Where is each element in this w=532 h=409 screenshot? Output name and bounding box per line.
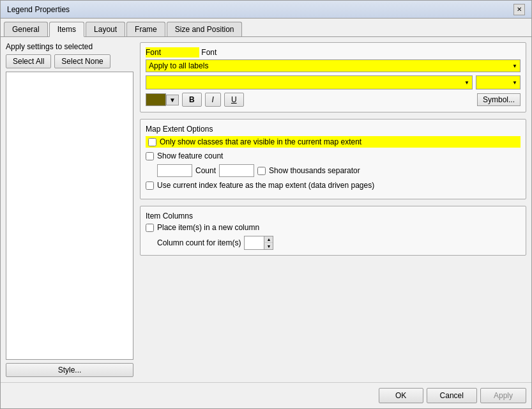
right-panel: Font Font Apply to all labels ▼ ▼ — [140, 42, 526, 377]
font-color-swatch[interactable] — [146, 93, 166, 106]
apply-settings-label: Apply settings to selected — [6, 42, 133, 51]
count-right-box[interactable] — [219, 164, 254, 177]
legend-properties-dialog: Legend Properties ✕ General Items Layout… — [0, 0, 532, 409]
font-name-size-row: ▼ ▼ — [146, 75, 521, 89]
map-extent-section: Map Extent Options Only show classes tha… — [140, 119, 526, 199]
symbol-button[interactable]: Symbol... — [477, 93, 521, 106]
font-size-value — [479, 77, 510, 88]
items-list[interactable] — [6, 72, 133, 360]
visible-classes-checkbox[interactable] — [148, 138, 156, 146]
select-all-button[interactable]: Select All — [6, 54, 51, 68]
style-button[interactable]: Style... — [6, 363, 133, 377]
color-picker-group: ▼ — [146, 93, 179, 106]
tab-frame[interactable]: Frame — [126, 22, 165, 36]
color-dropdown-btn[interactable]: ▼ — [166, 95, 179, 105]
bold-button[interactable]: B — [182, 93, 202, 107]
column-count-spinner: 0 ▲ ▼ — [244, 236, 273, 250]
italic-button[interactable]: I — [205, 93, 221, 107]
left-panel: Apply settings to selected Select All Se… — [6, 42, 133, 377]
font-style-row: ▼ B I U Symbol... — [146, 93, 521, 107]
apply-button[interactable]: Apply — [480, 388, 526, 403]
new-column-label: Place item(s) in a new column — [157, 223, 259, 232]
apply-dropdown-arrow: ▼ — [512, 63, 517, 69]
close-button[interactable]: ✕ — [513, 4, 525, 15]
data-driven-row: Use current index feature as the map ext… — [146, 181, 521, 190]
count-row: Count Show thousands separator — [157, 164, 521, 177]
show-feature-count-row: Show feature count — [146, 151, 521, 160]
item-columns-section: Item Columns Place item(s) in a new colu… — [140, 206, 526, 256]
select-buttons-row: Select All Select None — [6, 54, 133, 68]
font-name-arrow: ▼ — [464, 80, 469, 86]
data-driven-checkbox[interactable] — [146, 181, 154, 190]
visible-classes-label: Only show classes that are visible in th… — [160, 137, 361, 146]
column-count-input[interactable]: 0 — [245, 236, 264, 249]
item-columns-label: Item Columns — [146, 212, 521, 220]
select-none-button[interactable]: Select None — [54, 54, 110, 68]
font-name-dropdown[interactable]: ▼ — [146, 75, 473, 89]
tab-size-and-position[interactable]: Size and Position — [167, 22, 243, 36]
font-apply-dropdown-row: Apply to all labels ▼ — [146, 59, 521, 72]
tab-general[interactable]: General — [4, 22, 48, 36]
cancel-button[interactable]: Cancel — [427, 388, 477, 403]
tab-items[interactable]: Items — [49, 22, 84, 37]
spinner-buttons: ▲ ▼ — [264, 236, 273, 249]
thousands-separator-checkbox[interactable] — [257, 167, 266, 175]
show-feature-count-label: Show feature count — [157, 151, 223, 160]
font-name-value — [149, 77, 462, 88]
spinner-down-button[interactable]: ▼ — [264, 243, 273, 249]
count-left-box[interactable] — [157, 164, 192, 177]
column-count-label: Column count for item(s) — [157, 238, 241, 247]
spinner-up-button[interactable]: ▲ — [264, 236, 273, 243]
new-column-row: Place item(s) in a new column — [146, 223, 521, 232]
ok-button[interactable]: OK — [379, 388, 423, 403]
column-count-row: Column count for item(s) 0 ▲ ▼ — [157, 236, 521, 250]
tab-layout[interactable]: Layout — [86, 22, 125, 36]
data-driven-label: Use current index feature as the map ext… — [157, 181, 374, 190]
footer: OK Cancel Apply — [1, 382, 531, 408]
apply-to-all-dropdown[interactable]: Apply to all labels ▼ — [146, 59, 521, 72]
show-feature-count-checkbox[interactable] — [146, 152, 154, 160]
new-column-checkbox[interactable] — [146, 224, 154, 232]
font-size-arrow: ▼ — [512, 80, 517, 86]
underline-button[interactable]: U — [224, 93, 244, 107]
apply-dropdown-label: Apply to all labels — [149, 61, 208, 70]
font-size-dropdown[interactable]: ▼ — [476, 75, 521, 89]
font-section: Font Font Apply to all labels ▼ ▼ — [140, 42, 526, 112]
map-extent-label: Map Extent Options — [146, 125, 521, 134]
tabs-bar: General Items Layout Frame Size and Posi… — [1, 19, 531, 37]
visible-classes-row: Only show classes that are visible in th… — [146, 136, 521, 148]
font-header-text: Font — [201, 48, 217, 57]
font-section-label: Font Font — [146, 48, 521, 57]
content-area: Apply settings to selected Select All Se… — [1, 37, 531, 382]
dialog-title: Legend Properties — [7, 5, 70, 14]
count-label: Count — [195, 166, 216, 175]
thousands-separator-label: Show thousands separator — [269, 166, 360, 175]
font-header: Font — [146, 47, 199, 58]
title-bar: Legend Properties ✕ — [1, 1, 531, 19]
